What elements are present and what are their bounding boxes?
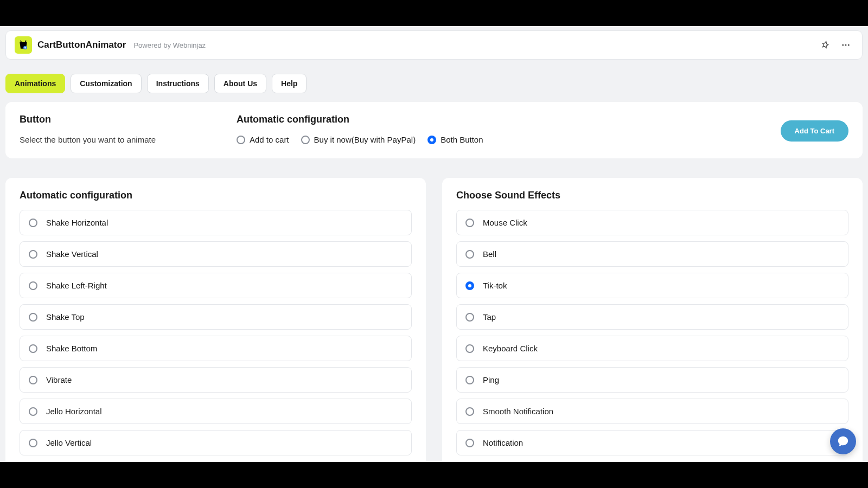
animations-panel-title: Automatic configuration bbox=[20, 190, 412, 201]
radio-icon bbox=[29, 219, 37, 227]
sound-option[interactable]: Notification bbox=[456, 430, 848, 455]
animation-option[interactable]: Shake Vertical bbox=[20, 241, 412, 267]
add-to-cart-preview-button[interactable]: Add To Cart bbox=[781, 120, 848, 142]
sound-option[interactable]: Keyboard Click bbox=[456, 336, 848, 361]
radio-add-to-cart[interactable]: Add to cart bbox=[237, 135, 289, 144]
radio-buy-it-now-buy-with-paypal-[interactable]: Buy it now(Buy with PayPal) bbox=[301, 135, 416, 144]
sound-option[interactable]: Ping bbox=[456, 367, 848, 393]
button-section: Button Select the button you want to ani… bbox=[20, 114, 226, 144]
animation-option[interactable]: Shake Bottom bbox=[20, 336, 412, 361]
radio-icon bbox=[465, 281, 474, 290]
button-section-description: Select the button you want to animate bbox=[20, 135, 226, 144]
tab-help[interactable]: Help bbox=[272, 74, 307, 93]
sounds-panel-title: Choose Sound Effects bbox=[456, 190, 848, 201]
radio-icon bbox=[29, 407, 37, 416]
sound-option[interactable]: Smooth Notification bbox=[456, 399, 848, 424]
animations-panel: Automatic configuration Shake Horizontal… bbox=[5, 178, 426, 462]
radio-icon bbox=[29, 344, 37, 353]
option-label: Vibrate bbox=[46, 375, 72, 384]
radio-icon bbox=[29, 439, 37, 447]
pin-icon[interactable] bbox=[818, 37, 833, 53]
option-label: Shake Left-Right bbox=[46, 281, 107, 290]
radio-label: Both Button bbox=[441, 135, 483, 144]
option-label: Jello Horizontal bbox=[46, 407, 102, 416]
svg-point-1 bbox=[842, 44, 844, 46]
option-label: Shake Top bbox=[46, 312, 85, 322]
radio-icon bbox=[237, 136, 245, 144]
option-label: Keyboard Click bbox=[483, 344, 538, 353]
radio-icon bbox=[465, 376, 474, 384]
radio-icon bbox=[465, 439, 474, 447]
option-label: Bell bbox=[483, 249, 496, 259]
button-section-title: Button bbox=[20, 114, 226, 125]
radio-icon bbox=[465, 344, 474, 353]
tabs-row: AnimationsCustomizationInstructionsAbout… bbox=[0, 60, 868, 93]
app-header: CartButtonAnimator Powered by Webninjaz bbox=[5, 30, 863, 60]
sounds-list: Mouse ClickBellTik-tokTapKeyboard ClickP… bbox=[456, 210, 848, 455]
svg-point-3 bbox=[848, 44, 850, 46]
sounds-panel: Choose Sound Effects Mouse ClickBellTik-… bbox=[442, 178, 863, 462]
tab-instructions[interactable]: Instructions bbox=[147, 74, 209, 93]
more-icon[interactable] bbox=[838, 37, 853, 53]
radio-both-button[interactable]: Both Button bbox=[427, 135, 483, 144]
app-logo-icon bbox=[15, 36, 32, 54]
radio-icon bbox=[427, 136, 436, 144]
option-label: Jello Vertical bbox=[46, 438, 92, 447]
option-label: Smooth Notification bbox=[483, 407, 553, 416]
sound-option[interactable]: Mouse Click bbox=[456, 210, 848, 235]
option-label: Shake Bottom bbox=[46, 344, 97, 353]
app-subtitle: Powered by Webninjaz bbox=[133, 41, 206, 49]
animation-option[interactable]: Vibrate bbox=[20, 367, 412, 393]
svg-point-2 bbox=[845, 44, 847, 46]
radio-icon bbox=[301, 136, 310, 144]
animation-option[interactable]: Jello Horizontal bbox=[20, 399, 412, 424]
option-label: Ping bbox=[483, 375, 499, 384]
option-label: Shake Vertical bbox=[46, 249, 98, 259]
option-label: Mouse Click bbox=[483, 218, 527, 227]
radio-label: Add to cart bbox=[250, 135, 289, 144]
animation-option[interactable]: Shake Left-Right bbox=[20, 273, 412, 298]
option-label: Notification bbox=[483, 438, 523, 447]
animation-option[interactable]: Shake Top bbox=[20, 304, 412, 330]
radio-icon bbox=[465, 250, 474, 259]
option-label: Tap bbox=[483, 312, 496, 322]
chat-fab-button[interactable] bbox=[830, 428, 856, 454]
option-label: Tik-tok bbox=[483, 281, 507, 290]
tab-customization[interactable]: Customization bbox=[71, 74, 141, 93]
tab-animations[interactable]: Animations bbox=[5, 74, 65, 93]
sound-option[interactable]: Bell bbox=[456, 241, 848, 267]
animation-option[interactable]: Shake Horizontal bbox=[20, 210, 412, 235]
option-label: Shake Horizontal bbox=[46, 218, 108, 227]
sound-option[interactable]: Tap bbox=[456, 304, 848, 330]
auto-config-title: Automatic configuration bbox=[237, 114, 770, 125]
button-type-radio-group: Add to cartBuy it now(Buy with PayPal)Bo… bbox=[237, 135, 770, 144]
sound-option[interactable]: Tik-tok bbox=[456, 273, 848, 298]
radio-icon bbox=[29, 313, 37, 322]
radio-icon bbox=[465, 313, 474, 322]
auto-config-section: Automatic configuration Add to cartBuy i… bbox=[237, 114, 770, 144]
button-config-card: Button Select the button you want to ani… bbox=[5, 102, 863, 158]
radio-icon bbox=[465, 219, 474, 227]
radio-icon bbox=[29, 281, 37, 290]
radio-icon bbox=[29, 376, 37, 384]
radio-icon bbox=[29, 250, 37, 259]
animation-option[interactable]: Jello Vertical bbox=[20, 430, 412, 455]
animations-list: Shake HorizontalShake VerticalShake Left… bbox=[20, 210, 412, 455]
tab-about-us[interactable]: About Us bbox=[214, 74, 266, 93]
radio-label: Buy it now(Buy with PayPal) bbox=[314, 135, 416, 144]
app-title: CartButtonAnimator bbox=[37, 40, 126, 50]
radio-icon bbox=[465, 407, 474, 416]
